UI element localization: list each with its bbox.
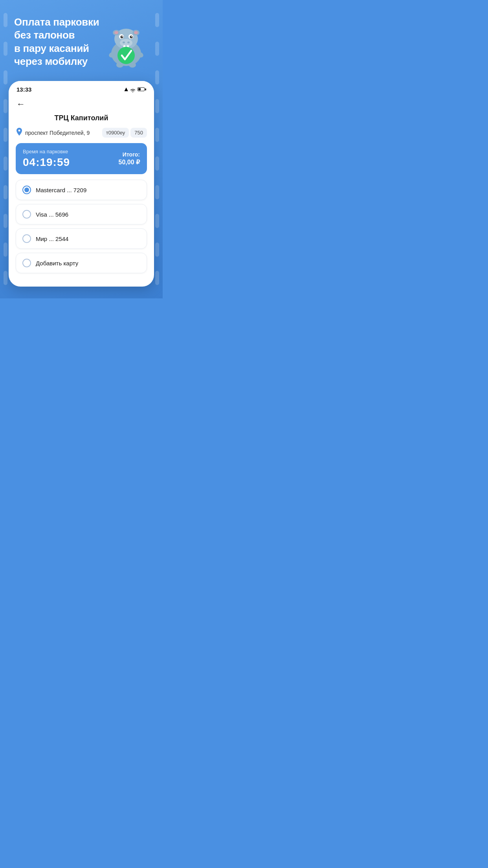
svg-point-5 (134, 31, 138, 34)
radio-btn-mastercard (22, 186, 31, 194)
svg-point-9 (130, 36, 133, 39)
battery-icon (138, 87, 146, 91)
wifi-icon: ▲ (123, 86, 136, 93)
payment-option-visa[interactable]: Visa ... 5696 (16, 204, 147, 224)
location-address: проспект Победителей, 9 (25, 130, 90, 136)
plate-zone-badge: т0900еу (102, 128, 129, 138)
svg-point-8 (121, 36, 123, 39)
back-arrow-icon: ← (17, 99, 25, 109)
main-content: ТРЦ Капитолий проспект Победителей, 9 т0… (9, 112, 154, 273)
radio-btn-add-card (22, 259, 31, 267)
total-label: Итого: (119, 151, 140, 158)
svg-point-14 (127, 42, 130, 44)
plate-number-badge: 750 (130, 128, 147, 138)
back-button[interactable]: ← (9, 94, 154, 112)
hippo-illustration (101, 14, 152, 73)
payment-label-add-card: Добавить карту (36, 260, 78, 267)
location-row: проспект Победителей, 9 т0900еу 750 (16, 128, 147, 138)
payment-option-mir[interactable]: Мир ... 2544 (16, 228, 147, 249)
svg-point-22 (18, 130, 20, 132)
parking-title: ТРЦ Капитолий (16, 114, 147, 122)
payment-label-visa: Visa ... 5696 (36, 211, 68, 218)
location-left: проспект Победителей, 9 (16, 128, 90, 138)
hero-text: Оплата парковкибез талоновв пару касаний… (14, 14, 101, 68)
background: Оплата парковкибез талоновв пару касаний… (0, 0, 163, 298)
hero-section: Оплата парковкибез талоновв пару касаний… (0, 0, 163, 81)
status-bar: 13:33 ▲ (9, 81, 154, 94)
radio-btn-visa (22, 210, 31, 219)
timer-label: Время на парковке (23, 149, 70, 154)
payment-options-list: Mastercard ... 7209Visa ... 5696Мир ... … (16, 180, 147, 273)
status-icons: ▲ (123, 86, 146, 93)
svg-point-3 (114, 31, 118, 34)
svg-point-12 (120, 39, 132, 47)
radio-btn-mir (22, 234, 31, 243)
timer-left: Время на парковке 04:19:59 (23, 149, 70, 169)
total-value: 50,00 ₽ (119, 158, 140, 166)
payment-label-mastercard: Mastercard ... 7209 (36, 187, 86, 193)
payment-option-add-card[interactable]: Добавить карту (16, 253, 147, 273)
timer-card: Время на парковке 04:19:59 Итого: 50,00 … (16, 143, 147, 174)
status-time: 13:33 (17, 86, 31, 93)
svg-point-11 (131, 36, 132, 37)
payment-option-mastercard[interactable]: Mastercard ... 7209 (16, 180, 147, 200)
payment-label-mir: Мир ... 2544 (36, 235, 68, 242)
svg-point-10 (122, 36, 123, 37)
location-pin-icon (16, 128, 23, 138)
timer-right: Итого: 50,00 ₽ (119, 151, 140, 166)
timer-value: 04:19:59 (23, 156, 70, 169)
svg-point-21 (117, 47, 135, 64)
phone-mockup: 13:33 ▲ (9, 81, 154, 287)
svg-point-13 (123, 42, 125, 44)
plate-badges: т0900еу 750 (102, 128, 147, 138)
